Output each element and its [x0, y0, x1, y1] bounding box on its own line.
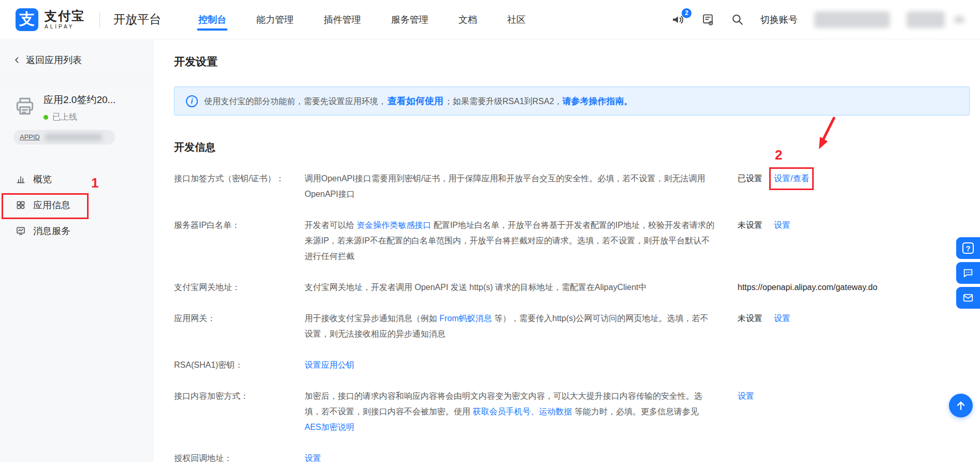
row-desc: 支付宝网关地址，开发者调用 OpenAPI 发送 http(s) 请求的目标地址…: [305, 280, 715, 295]
sidebar-menu: 概览 应用信息 1 消息服务: [0, 166, 153, 244]
row-gateway-address: 支付宝网关地址： 支付宝网关地址，开发者调用 OpenAPI 发送 http(s…: [174, 280, 973, 295]
help-float-stack: ?: [956, 237, 980, 309]
monitor-chart-icon: [16, 226, 26, 236]
alipay-logo[interactable]: 支 支付宝 ALIPAY 开放平台: [16, 8, 161, 31]
main-content: 开发设置 i 使用支付宝的部分功能前，需要先设置应用环境，查看如何使用；如果需要…: [153, 40, 980, 462]
appid-pill: APPID: [13, 130, 115, 145]
row-app-gateway: 应用网关： 用于接收支付宝异步通知消息（例如 From蚂蚁消息 等），需要传入h…: [174, 311, 973, 342]
status-badge: 未设置: [738, 311, 774, 326]
nav-tab-console[interactable]: 控制台: [198, 0, 226, 39]
logo-divider: [99, 12, 100, 27]
row-label: 服务器IP白名单：: [174, 218, 305, 233]
document-icon: [701, 13, 714, 26]
row-desc: 设置应用公钥: [305, 357, 715, 373]
banner-link-guide[interactable]: 请参考操作指南。: [563, 96, 633, 106]
chat-button[interactable]: [956, 262, 980, 284]
announcement-icon[interactable]: 2: [671, 13, 685, 26]
back-label: 返回应用列表: [26, 54, 82, 66]
banner-text: 使用支付宝的部分功能前，需要先设置应用环境，查看如何使用；如果需要升级RSA1到…: [204, 95, 633, 107]
back-to-app-list[interactable]: 返回应用列表: [0, 40, 153, 80]
app-card: 应用2.0签约20... 已上线 APPID: [0, 80, 153, 149]
sidebar-item-message-service[interactable]: 消息服务: [0, 218, 153, 244]
account-name-blurred[interactable]: [814, 11, 890, 28]
aes-doc-link[interactable]: AES加密说明: [305, 423, 354, 431]
status-badge: 未设置: [738, 218, 774, 233]
status-text: 已上线: [52, 112, 77, 123]
arrow-up-icon: [955, 400, 967, 411]
row-desc: 调用OpenAPI接口需要用到密钥/证书，用于保障应用和开放平台交互的安全性。必…: [305, 171, 715, 202]
set-public-key-link[interactable]: 设置应用公钥: [305, 360, 354, 369]
chat-icon: [962, 267, 974, 279]
status-dot-icon: [44, 115, 48, 120]
dev-info-rows: 接口加签方式（密钥/证书）： 调用OpenAPI接口需要用到密钥/证书，用于保障…: [174, 171, 973, 462]
appid-value-blurred: [45, 134, 102, 141]
bar-chart-icon: [16, 174, 26, 184]
top-header: 支 支付宝 ALIPAY 开放平台 控制台 能力管理 插件管理 服务管理 文档 …: [0, 0, 980, 39]
row-api-signing: 接口加签方式（密钥/证书）： 调用OpenAPI接口需要用到密钥/证书，用于保障…: [174, 171, 973, 202]
banner-text-2: ；如果需要升级RSA1到RSA2，: [444, 97, 563, 106]
info-banner: i 使用支付宝的部分功能前，需要先设置应用环境，查看如何使用；如果需要升级RSA…: [174, 86, 970, 116]
mail-icon: [962, 292, 974, 304]
sidebar-item-overview[interactable]: 概览: [0, 166, 153, 192]
top-nav: 控制台 能力管理 插件管理 服务管理 文档 社区: [198, 0, 526, 39]
annotation-box-2: 设置/查看 2: [774, 171, 809, 186]
logo-cn: 支付宝: [45, 10, 85, 22]
nav-tab-docs[interactable]: 文档: [458, 0, 477, 39]
sidebar-item-app-info[interactable]: 应用信息 1: [0, 192, 153, 218]
row-label: 应用网关：: [174, 311, 305, 326]
page-title: 开发设置: [174, 54, 973, 69]
info-circle-icon: i: [186, 95, 198, 107]
alipay-logo-icon: 支: [16, 8, 38, 31]
row-auth-callback: 授权回调地址： 设置: [174, 451, 973, 462]
account-extra-blurred[interactable]: [906, 11, 945, 28]
platform-name: 开放平台: [113, 11, 161, 27]
sensitive-api-link[interactable]: 资金操作类敏感接口: [356, 221, 431, 229]
sidebar-item-label: 消息服务: [33, 225, 70, 237]
nav-tab-plugin[interactable]: 插件管理: [324, 0, 361, 39]
sidebar-item-label: 应用信息: [33, 199, 70, 211]
banner-text-1: 使用支付宝的部分功能前，需要先设置应用环境，: [204, 97, 386, 106]
row-ip-whitelist: 服务器IP白名单： 开发者可以给 资金操作类敏感接口 配置IP地址白名单，开放平…: [174, 218, 973, 264]
set-view-link[interactable]: 设置/查看: [774, 174, 809, 183]
row-desc: 加密后，接口的请求内容和响应内容将会由明文内容变为密文内容，可以大大提升接口内容…: [305, 388, 715, 435]
feedback-button[interactable]: [956, 287, 980, 309]
row-label: RSA(SHA1)密钥：: [174, 357, 305, 373]
row-rsa-key: RSA(SHA1)密钥： 设置应用公钥: [174, 357, 973, 373]
chevron-left-icon: [13, 56, 21, 64]
row-label: 支付宝网关地址：: [174, 280, 305, 295]
banner-link-how-to-use[interactable]: 查看如何使用: [387, 96, 443, 106]
row-label: 接口加签方式（密钥/证书）：: [174, 171, 305, 186]
section-title-dev-info: 开发信息: [174, 140, 973, 154]
nav-tab-community[interactable]: 社区: [507, 0, 526, 39]
sidebar: 返回应用列表 应用2.0签约20... 已上线 APPID: [0, 40, 153, 462]
app-status: 已上线: [44, 112, 116, 123]
gateway-url-value: https://openapi.alipay.com/gateway.do: [738, 280, 877, 295]
logo-en: ALIPAY: [45, 24, 85, 30]
question-icon: ?: [962, 242, 974, 254]
set-link[interactable]: 设置: [774, 314, 790, 323]
member-phone-link[interactable]: 获取会员手机号、: [472, 407, 539, 416]
set-link[interactable]: 设置: [738, 392, 754, 400]
nav-tab-service[interactable]: 服务管理: [391, 0, 428, 39]
row-desc: 用于接收支付宝异步通知消息（例如 From蚂蚁消息 等），需要传入http(s)…: [305, 311, 715, 342]
nav-tab-capability[interactable]: 能力管理: [256, 0, 294, 39]
ant-message-link[interactable]: From蚂蚁消息: [439, 314, 492, 323]
alipay-logo-text: 支付宝 ALIPAY: [45, 10, 85, 30]
row-label: 授权回调地址：: [174, 451, 305, 462]
status-badge: 已设置: [738, 171, 774, 186]
annotation-step-2: 2: [775, 147, 782, 163]
grid-icon: [16, 200, 26, 210]
account-menu-blurred[interactable]: [954, 16, 964, 23]
set-link[interactable]: 设置: [774, 221, 790, 229]
appid-label: APPID: [20, 133, 40, 141]
back-to-top-button[interactable]: [949, 394, 973, 417]
row-content-encryption: 接口内容加密方式： 加密后，接口的请求内容和响应内容将会由明文内容变为密文内容，…: [174, 388, 973, 435]
row-label: 接口内容加密方式：: [174, 388, 305, 404]
report-icon[interactable]: [701, 13, 714, 26]
switch-account-link[interactable]: 切换账号: [760, 13, 798, 26]
annotation-step-1: 1: [91, 175, 98, 191]
help-button[interactable]: ?: [956, 237, 980, 259]
search-icon[interactable]: [731, 13, 744, 26]
set-link[interactable]: 设置: [305, 454, 321, 462]
sports-data-link[interactable]: 运动数据: [539, 407, 572, 416]
